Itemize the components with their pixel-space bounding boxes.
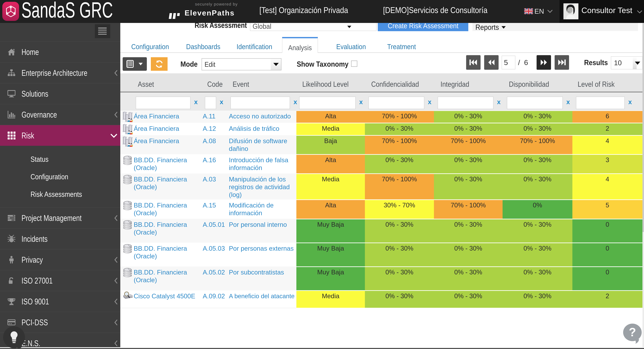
svg-text:?: ? <box>629 325 636 339</box>
